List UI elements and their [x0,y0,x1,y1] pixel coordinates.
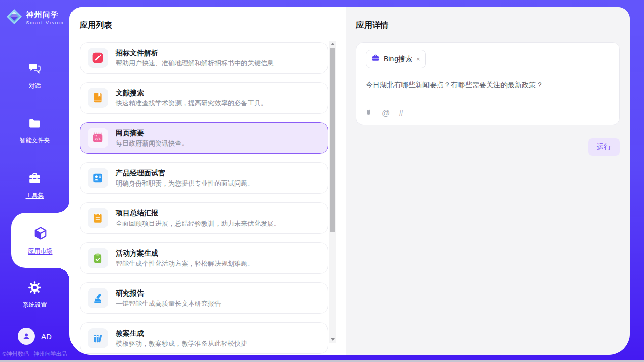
list-scrollbar[interactable] [329,41,336,343]
sidebar-item-label: 系统设置 [23,301,47,309]
sidebar-item-label: 对话 [29,82,41,90]
tool-chip-bing-search[interactable]: Bing搜索 × [366,50,426,68]
app-card-event-plan[interactable]: 活动方案生成 智能生成个性化活动方案，轻松解决规划难题。 [80,242,328,274]
app-name: 活动方案生成 [116,248,254,258]
app-card-bid-document-parsing[interactable]: 招标文件解析 帮助用户快速、准确地理解和解析招标书中的关键信息 [80,42,328,74]
diamond-logo-icon [6,8,23,27]
app-description: 明确身份和职责，为您提供专业性的面试问题。 [116,179,254,188]
app-card-lesson-plan[interactable]: 教案生成 模板驱动，教案秒成，教学准备从此轻松快捷 [80,322,328,354]
sidebar-item-smart-folder[interactable]: 智能文件夹 [0,103,69,158]
app-card-pm-interviewer[interactable]: 产品经理面试官 明确身份和职责，为您提供专业性的面试问题。 [80,162,328,194]
chat-icon [28,62,42,78]
sidebar-item-app-market[interactable]: 应用市场 [11,213,69,268]
app-name: 网页摘要 [116,128,188,137]
app-name: 项目总结汇报 [116,208,280,218]
app-input-card[interactable]: Bing搜索 × 今日湖北有哪些新闻要点？有哪些需要关注的最新政策？ @ # [356,42,620,125]
gear-icon [28,281,42,297]
app-description: 帮助用户快速、准确地理解和解析招标书中的关键信息 [116,59,274,67]
scroll-down-icon[interactable] [329,336,336,343]
at-icon[interactable]: @ [382,109,390,117]
query-text[interactable]: 今日湖北有哪些新闻要点？有哪些需要关注的最新政策？ [366,81,610,90]
books-icon [88,328,108,348]
app-name: 教案生成 [116,329,247,338]
app-description: 每日政府新闻资讯快查。 [116,139,188,148]
microscope-icon [88,288,108,308]
tool-chip-label: Bing搜索 [384,55,412,64]
clipboard-check-icon [88,248,108,268]
app-description: 模板驱动，教案秒成，教学准备从此轻松快捷 [116,339,247,348]
app-card-literature-search[interactable]: 文献搜索 快速精准查找学术资源，提高研究效率的必备工具。 [80,82,328,114]
sidebar-item-label: 应用市场 [28,247,53,256]
sidebar-nav: 对话 智能文件夹 工具集 [0,49,69,322]
sidebar-item-chat[interactable]: 对话 [0,49,69,103]
brand-name: 神州问学 [26,10,64,20]
pen-square-icon [88,48,108,68]
copyright-text: ©神州数码 · 神州问学出品 [0,350,69,358]
app-name: 产品经理面试官 [116,168,254,177]
close-icon[interactable]: × [416,56,420,62]
paperclip-icon[interactable] [366,108,373,118]
scroll-up-icon[interactable] [329,41,336,47]
browser-code-icon: </> [88,128,108,148]
notepad-icon [88,208,108,228]
app-name: 研究报告 [116,288,221,298]
user-name: AD [41,332,52,341]
app-list-title: 应用列表 [80,20,346,31]
hash-icon[interactable]: # [399,109,403,117]
toolbox-icon [28,171,42,187]
app-description: 一键智能生成高质量长文本研究报告 [116,299,221,308]
sidebar-item-settings[interactable]: 系统设置 [0,268,69,322]
briefcase-icon [371,54,380,64]
app-description: 全面回顾项目进展，总结经验教训，助力未来优化发展。 [116,219,280,228]
app-name: 文献搜索 [116,88,267,97]
app-card-project-summary[interactable]: 项目总结汇报 全面回顾项目进展，总结经验教训，助力未来优化发展。 [80,202,328,234]
cube-icon [33,226,48,243]
app-card-research-report[interactable]: 研究报告 一键智能生成高质量长文本研究报告 [80,282,328,314]
app-detail-title: 应用详情 [356,20,620,31]
sidebar: 神州问学 Smart Vision 对话 智能文件夹 [0,0,69,362]
app-name: 招标文件解析 [116,48,274,57]
scrollbar-thumb[interactable] [330,48,335,232]
sidebar-item-label: 智能文件夹 [20,136,50,145]
app-description: 快速精准查找学术资源，提高研究效率的必备工具。 [116,99,267,107]
sidebar-item-label: 工具集 [26,191,44,200]
interviewer-icon [88,168,108,188]
app-card-web-summary[interactable]: </> 网页摘要 每日政府新闻资讯快查。 [80,122,328,154]
folder-icon [28,117,42,132]
app-description: 智能生成个性化活动方案，轻松解决规划难题。 [116,259,254,268]
user-account[interactable]: AD [0,328,69,345]
app-card-list: 招标文件解析 帮助用户快速、准确地理解和解析招标书中的关键信息 文献搜索 快速精… [80,42,328,354]
run-row: 运行 [356,138,620,156]
svg-text:</>: </> [95,137,101,141]
app-list-pane: 应用列表 招标文件解析 帮助用户快速、准确地理解和解析招标书中的关键信息 [69,7,346,355]
person-icon [21,331,31,341]
brand-subtitle: Smart Vision [26,20,64,25]
book-icon [88,88,108,108]
input-toolbar: @ # [366,108,403,118]
run-button[interactable]: 运行 [588,138,620,156]
main-panel: 应用列表 招标文件解析 帮助用户快速、准确地理解和解析招标书中的关键信息 [69,7,630,355]
app-detail-pane: 应用详情 Bing搜索 × 今日湖北有哪些新闻要点？有哪些需要关注的最新政策？ [346,7,630,355]
avatar[interactable] [18,328,35,345]
app-logo: 神州问学 Smart Vision [0,8,69,27]
brand-text: 神州问学 Smart Vision [26,10,64,25]
